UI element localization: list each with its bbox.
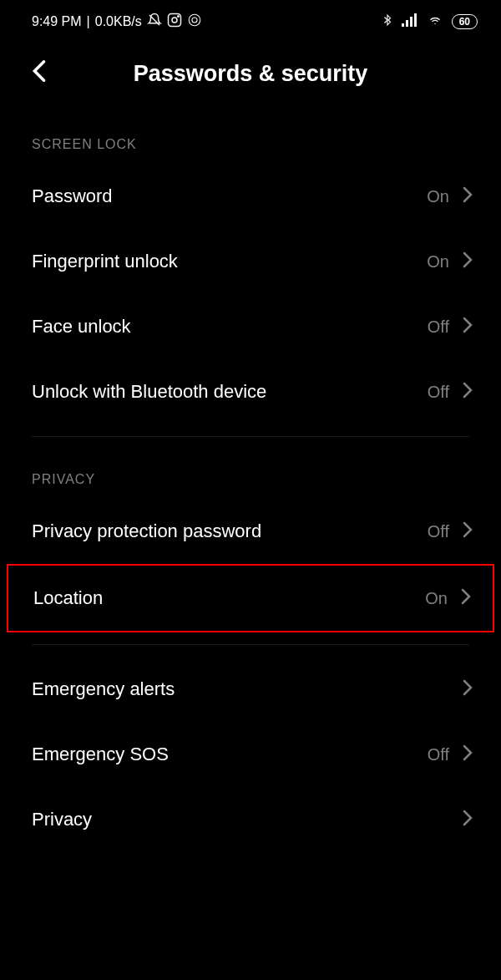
battery-indicator: 60 (452, 14, 478, 29)
bluetooth-icon (382, 13, 393, 31)
chevron-right-icon (463, 810, 473, 830)
chevron-right-icon (463, 679, 473, 699)
setting-bluetooth-unlock[interactable]: Unlock with Bluetooth device Off (0, 359, 501, 424)
setting-value: On (427, 187, 449, 206)
chevron-right-icon (463, 186, 473, 206)
status-bar: 9:49 PM | 0.0KB/s 60 (0, 0, 501, 39)
chevron-right-icon (463, 744, 473, 764)
setting-privacy[interactable]: Privacy (0, 787, 501, 852)
svg-point-4 (189, 14, 200, 26)
setting-label: Password (32, 185, 113, 207)
setting-label: Emergency alerts (32, 678, 175, 700)
setting-face-unlock[interactable]: Face unlock Off (0, 294, 501, 359)
svg-rect-9 (414, 13, 417, 27)
svg-rect-7 (406, 20, 408, 27)
wifi-icon (427, 13, 443, 30)
chevron-right-icon (463, 521, 473, 541)
svg-point-5 (192, 18, 197, 23)
setting-label: Unlock with Bluetooth device (32, 381, 266, 403)
setting-value: On (427, 252, 449, 272)
setting-label: Privacy protection password (32, 520, 261, 542)
setting-emergency-alerts[interactable]: Emergency alerts (0, 657, 501, 722)
status-right: 60 (382, 13, 478, 31)
setting-label: Location (33, 587, 103, 609)
chevron-right-icon (463, 251, 473, 272)
chevron-right-icon (463, 317, 473, 337)
status-time: 9:49 PM (32, 14, 82, 29)
setting-privacy-protection[interactable]: Privacy protection password Off (0, 499, 501, 564)
setting-value: Off (428, 745, 449, 764)
divider (32, 644, 469, 645)
setting-value: Off (428, 522, 449, 541)
setting-value: On (425, 589, 448, 608)
setting-label: Emergency SOS (32, 744, 169, 765)
status-left: 9:49 PM | 0.0KB/s (32, 13, 202, 31)
setting-password[interactable]: Password On (0, 164, 501, 229)
mute-icon (147, 13, 162, 31)
setting-fingerprint[interactable]: Fingerprint unlock On (0, 229, 501, 294)
app-icon (187, 13, 202, 31)
svg-point-3 (178, 16, 180, 18)
chevron-right-icon (461, 588, 471, 608)
instagram-icon (167, 13, 182, 31)
status-data-speed: 0.0KB/s (95, 14, 142, 29)
status-separator: | (87, 14, 90, 29)
section-header-screen-lock: SCREEN LOCK (0, 114, 501, 164)
page-title: Passwords & security (134, 61, 368, 87)
setting-value: Off (428, 383, 449, 402)
setting-value: Off (428, 317, 449, 337)
setting-label: Face unlock (32, 316, 131, 338)
chevron-right-icon (463, 382, 473, 402)
setting-label: Privacy (32, 809, 92, 830)
back-button[interactable] (32, 59, 57, 89)
page-header: Passwords & security (0, 39, 501, 114)
setting-emergency-sos[interactable]: Emergency SOS Off (0, 722, 501, 787)
svg-rect-6 (402, 23, 404, 27)
setting-label: Fingerprint unlock (32, 251, 178, 272)
signal-icon (402, 13, 418, 30)
divider (32, 436, 469, 437)
setting-location[interactable]: Location On (7, 564, 494, 632)
svg-point-2 (172, 18, 177, 23)
section-header-privacy: PRIVACY (0, 449, 501, 499)
svg-rect-8 (410, 17, 412, 27)
